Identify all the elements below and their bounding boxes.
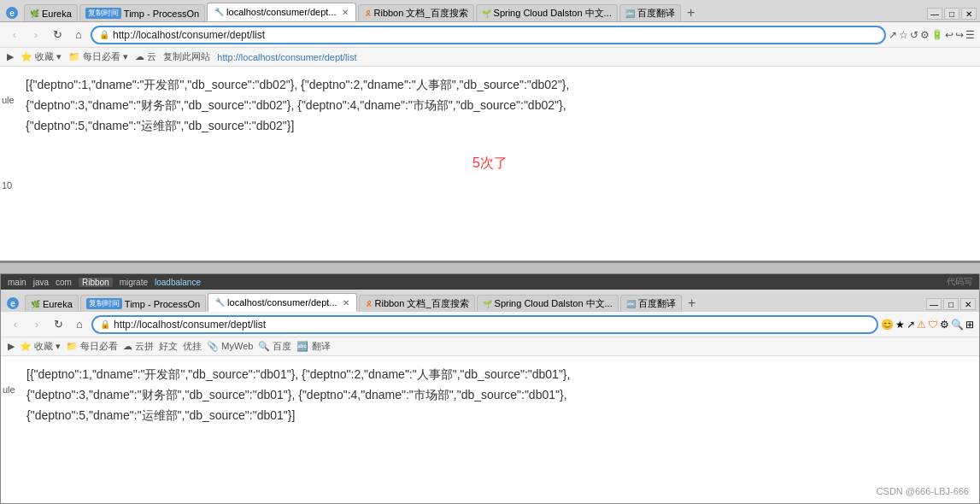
refresh-btn-top[interactable]: ↻	[48, 26, 67, 44]
address-input-bottom[interactable]	[114, 319, 870, 331]
tab-label-consumer: localhost/consumer/dept...	[226, 7, 336, 17]
tab-favicon-ribbon-bottom: 🎗	[365, 300, 373, 308]
tab-close-consumer-bottom[interactable]: ✕	[343, 298, 349, 308]
apps-btn-bottom[interactable]: ⊞	[965, 319, 974, 331]
close-btn-top[interactable]: ✕	[961, 8, 977, 20]
tab-favicon-fanyi-bottom: 🔤	[626, 300, 636, 308]
sidebar-toggle-bottom[interactable]: ▶	[8, 341, 15, 352]
code-label-main: main	[8, 278, 26, 287]
side-label-ule: ule	[2, 92, 15, 108]
address-bar-bottom[interactable]: 🔒	[91, 315, 878, 334]
window-controls-bottom: — □ ✕	[926, 298, 976, 312]
tab-consumer-active-bottom[interactable]: 🔧 localhost/consumer/dept... ✕	[208, 293, 356, 312]
code-label-migrate: migrate	[120, 278, 148, 287]
tab-label-processon: Timp - ProcessOn	[124, 9, 199, 19]
minimize-btn-bottom[interactable]: —	[926, 298, 942, 310]
tab-processon-bottom[interactable]: 复制时间 Timp - ProcessOn	[80, 295, 206, 312]
tab-consumer-active[interactable]: 🔧 localhost/consumer/dept... ✕	[207, 3, 355, 21]
back-btn-bottom[interactable]: ‹	[6, 315, 25, 334]
bookmark-cloud-top[interactable]: ☁ 云	[135, 50, 156, 63]
star2-btn-bottom[interactable]: ★	[895, 319, 905, 331]
close-btn-bottom[interactable]: ✕	[960, 298, 976, 310]
tab-label-eureka-bottom: Eureka	[43, 299, 73, 309]
toolbar-right-top: ↗ ☆ ↺ ⚙ 🔋 ↩ ↪ ☰	[889, 29, 975, 41]
tab-processon[interactable]: 复制时间 Timp - ProcessOn	[79, 4, 205, 21]
json-content-top: [{"deptno":1,"dname":"开发部","db_source":"…	[14, 75, 966, 136]
bottom-browser-window: main java com Ribbon migrate loadbalance…	[0, 273, 980, 504]
maximize-btn-bottom[interactable]: □	[943, 298, 959, 310]
warn-btn-bottom[interactable]: ⚠	[917, 319, 926, 331]
address-input-top[interactable]	[113, 29, 877, 41]
tab-label-consumer-bottom: localhost/consumer/dept...	[227, 297, 337, 308]
toolbar-right-bottom: 😊 ★ ↗ ⚠ 🛡 ⚙ 🔍 ⊞	[881, 319, 974, 331]
tab-favicon-fanyi: 🔤	[625, 9, 635, 18]
tab-badge-bottom: 复制时间	[86, 298, 122, 309]
shield-btn-bottom[interactable]: 🛡	[928, 319, 938, 331]
bookmark-myweb-bottom[interactable]: 📎 MyWeb	[207, 341, 253, 352]
home-btn-top[interactable]: ⌂	[69, 26, 88, 44]
maximize-btn-top[interactable]: □	[944, 8, 959, 20]
tab-add-btn[interactable]: +	[683, 4, 700, 21]
bottom-topbar: main java com Ribbon migrate loadbalance…	[1, 274, 979, 290]
tab-eureka[interactable]: 🌿 Eureka	[24, 4, 78, 21]
tab-ribbon[interactable]: 🎗 Ribbon 文档_百度搜索	[358, 4, 474, 21]
top-tab-bar: e 🌿 Eureka 复制时间 Timp - ProcessOn 🔧 local…	[0, 0, 980, 22]
bookmark-cloud-bottom[interactable]: ☁ 云拼	[123, 340, 154, 353]
svg-text:e: e	[9, 9, 15, 18]
back-btn-top[interactable]: ‹	[5, 26, 24, 44]
bottom-content: ule [{"deptno":1,"dname":"开发部","db_sourc…	[1, 356, 979, 503]
bookmark-translate-bottom[interactable]: 🔤 翻译	[296, 340, 330, 353]
tab-close-consumer[interactable]: ✕	[342, 8, 349, 17]
tab-ribbon-bottom[interactable]: 🎗 Ribbon 文档_百度搜索	[359, 295, 475, 312]
bottom-toolbar: ‹ › ↻ ⌂ 🔒 😊 ★ ↗ ⚠ 🛡 ⚙ 🔍 ⊞	[1, 312, 979, 337]
settings-btn-top[interactable]: ⚙	[920, 29, 930, 41]
minimize-btn-top[interactable]: —	[927, 8, 942, 20]
bookmark-yougua-bottom[interactable]: 优挂	[183, 340, 202, 353]
tab-spring-bottom[interactable]: 🌱 Spring Cloud Dalston 中文...	[477, 295, 619, 312]
json-line1-bottom: [{"deptno":1,"dname":"开发部","db_source":"…	[26, 365, 965, 385]
json-line3-bottom: {"deptno":5,"dname":"运维部","db_source":"d…	[26, 406, 965, 426]
address-bar-top[interactable]: 🔒	[91, 26, 886, 44]
tab-eureka-bottom[interactable]: 🌿 Eureka	[25, 295, 79, 312]
forward-btn-top[interactable]: ›	[26, 26, 45, 44]
bookmark-collections-top[interactable]: ⭐ 收藏 ▾	[21, 50, 62, 63]
top-content: ule 10 [{"deptno":1,"dname":"开发部","db_so…	[0, 67, 980, 261]
bookmark-daily-top[interactable]: 📁 每日必看 ▾	[68, 50, 128, 63]
tab-favicon-spring-bottom: 🌱	[483, 300, 492, 308]
bookmark-copy-top[interactable]: 复制此网站	[163, 50, 210, 63]
redo-btn-top[interactable]: ↪	[955, 29, 964, 41]
refresh2-btn-top[interactable]: ↺	[910, 29, 918, 41]
tab-label-ribbon-bottom: Ribbon 文档_百度搜索	[375, 297, 469, 310]
bookmark-baidu-bottom[interactable]: 🔍 百度	[258, 340, 291, 353]
tab-label-fanyi-bottom: 百度翻译	[638, 297, 676, 310]
top-toolbar: ‹ › ↻ ⌂ 🔒 ↗ ☆ ↺ ⚙ 🔋 ↩ ↪ ☰	[0, 22, 980, 48]
settings2-btn-bottom[interactable]: ⚙	[940, 319, 949, 331]
tab-label-ribbon: Ribbon 文档_百度搜索	[374, 7, 468, 20]
forward-btn-bottom[interactable]: ›	[27, 315, 46, 334]
share2-btn-bottom[interactable]: ↗	[907, 319, 915, 331]
emoji-btn-bottom[interactable]: 😊	[881, 319, 894, 331]
home-btn-bottom[interactable]: ⌂	[70, 315, 89, 334]
tab-label-processon-bottom: Timp - ProcessOn	[125, 299, 200, 309]
tab-fanyi-bottom[interactable]: 🔤 百度翻译	[620, 295, 682, 312]
tab-add-btn-bottom[interactable]: +	[684, 295, 701, 312]
json-content-bottom: [{"deptno":1,"dname":"开发部","db_source":"…	[15, 365, 965, 425]
menu-btn-top[interactable]: ☰	[965, 29, 975, 41]
refresh-btn-bottom[interactable]: ↻	[49, 315, 67, 334]
tab-fanyi[interactable]: 🔤 百度翻译	[619, 4, 681, 21]
undo-btn-top[interactable]: ↩	[945, 29, 954, 41]
sidebar-toggle-top[interactable]: ▶	[7, 51, 14, 62]
bookmark-collections-bottom[interactable]: ⭐ 收藏 ▾	[20, 340, 61, 353]
star-btn-top[interactable]: ☆	[899, 29, 908, 41]
bookmark-daily-bottom[interactable]: 📁 每日必看	[66, 340, 118, 353]
browser-logo: e	[3, 4, 21, 21]
center-label-top: 5次了	[14, 151, 966, 174]
share-btn-top[interactable]: ↗	[889, 29, 897, 41]
top-bookmarks-bar: ▶ ⭐ 收藏 ▾ 📁 每日必看 ▾ ☁ 云 复制此网站 http://local…	[0, 48, 980, 67]
code-label-ribbon: Ribbon	[79, 278, 113, 287]
tab-badge-top: 复制时间	[85, 8, 121, 19]
json-line2-bottom: {"deptno":3,"dname":"财务部","db_source":"d…	[26, 385, 965, 406]
tab-spring[interactable]: 🌱 Spring Cloud Dalston 中文...	[476, 4, 618, 21]
search2-btn-bottom[interactable]: 🔍	[951, 319, 964, 331]
bookmark-hawen-bottom[interactable]: 好文	[159, 340, 178, 353]
